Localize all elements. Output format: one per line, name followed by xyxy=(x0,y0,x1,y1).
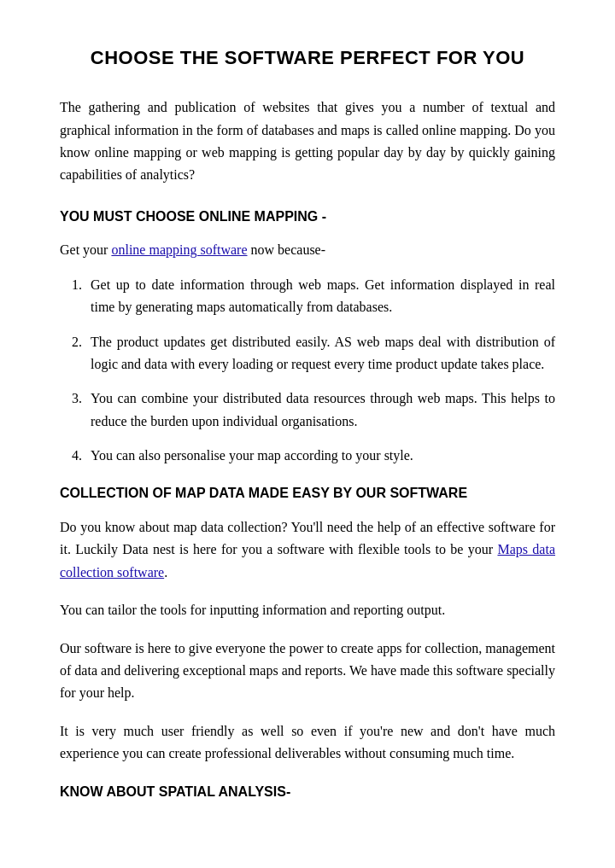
get-your-text-after: now because- xyxy=(248,242,326,257)
section2-para4: It is very much user friendly as well so… xyxy=(60,720,555,766)
section2-para1-after: . xyxy=(164,565,167,580)
section2-para3: Our software is here to give everyone th… xyxy=(60,638,555,705)
list-item: Get up to date information through web m… xyxy=(85,274,555,319)
get-your-line: Get your online mapping software now bec… xyxy=(60,239,555,261)
list-item: The product updates get distributed easi… xyxy=(85,331,555,376)
page-title: CHOOSE THE SOFTWARE PERFECT FOR YOU xyxy=(60,43,555,73)
intro-paragraph: The gathering and publication of website… xyxy=(60,96,555,187)
section2-heading: COLLECTION OF MAP DATA MADE EASY BY OUR … xyxy=(60,482,555,504)
get-your-text-before: Get your xyxy=(60,242,111,257)
section3-heading: KNOW ABOUT SPATIAL ANALYSIS- xyxy=(60,781,555,803)
list-item: You can combine your distributed data re… xyxy=(85,387,555,433)
section2-para2: You can tailor the tools for inputting i… xyxy=(60,599,555,621)
section2-para1-before: Do you know about map data collection? Y… xyxy=(60,520,555,556)
section1-heading: YOU MUST CHOOSE ONLINE MAPPING - xyxy=(60,206,555,228)
list-item: You can also personalise your map accord… xyxy=(85,445,555,467)
benefits-list: Get up to date information through web m… xyxy=(85,274,555,468)
online-mapping-software-link[interactable]: online mapping software xyxy=(111,242,247,257)
section2-para1: Do you know about map data collection? Y… xyxy=(60,516,555,584)
